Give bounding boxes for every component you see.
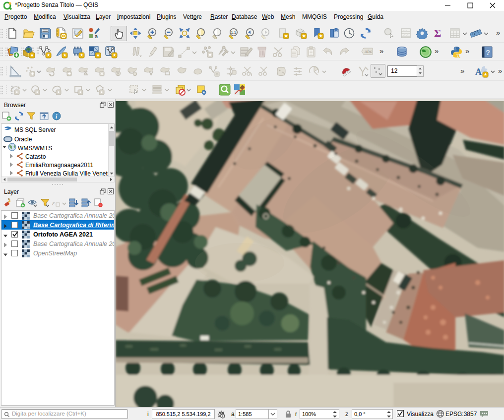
svg-text:abc: abc xyxy=(365,49,373,54)
svg-text:a: a xyxy=(95,33,98,39)
svg-text:?: ? xyxy=(486,48,490,57)
svg-text:1:1: 1:1 xyxy=(231,30,236,35)
svg-text:ε: ε xyxy=(52,199,55,207)
